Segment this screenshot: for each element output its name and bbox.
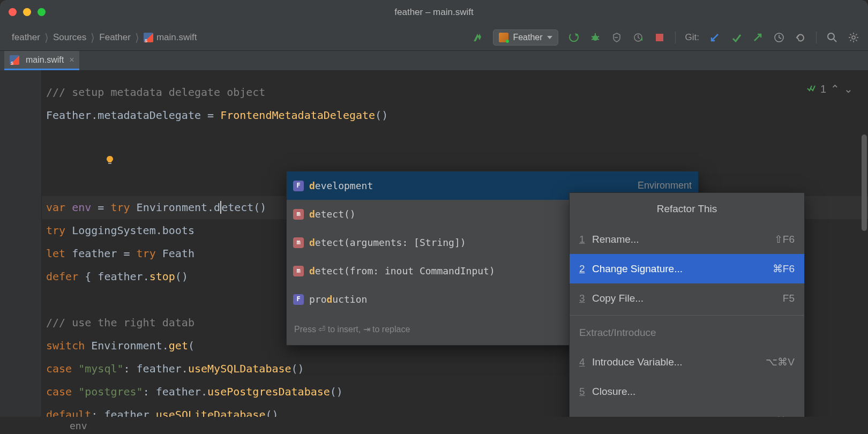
menu-section-header: Extract/Introduce [570, 318, 804, 347]
code-line[interactable]: Feather.metadataDelegate = FrontendMetad… [42, 104, 868, 127]
close-window-button[interactable] [9, 8, 17, 16]
gear-icon[interactable] [848, 32, 859, 43]
completion-label: detect() [309, 203, 356, 226]
git-label: Git: [685, 32, 699, 43]
completion-label: development [309, 174, 373, 197]
completion-label: production [309, 288, 367, 311]
editor-tabs: main.swift × [0, 51, 868, 70]
refactor-item-introduce-variable[interactable]: 4 Introduce Variable... ⌥⌘V [570, 347, 804, 377]
chevron-down-icon [547, 36, 552, 39]
svg-point-9 [828, 33, 834, 40]
refactor-item-extract-method[interactable]: 6 Extract Method... ⌥⌘M [570, 406, 804, 417]
build-icon[interactable] [472, 32, 483, 43]
svg-point-11 [852, 36, 855, 39]
tab-main-swift[interactable]: main.swift × [4, 51, 79, 70]
toolbar: feather ⟩ Sources ⟩ Feather ⟩ main.swift… [0, 24, 868, 51]
scrollbar[interactable] [860, 70, 867, 417]
code-line[interactable]: /// setup metadata delegate object [42, 81, 868, 104]
refactor-item-closure[interactable]: 5 Closure... [570, 377, 804, 406]
gutter[interactable] [0, 70, 42, 417]
svg-line-10 [834, 39, 836, 42]
window-title: feather – main.swift [394, 7, 473, 18]
breadcrumbs: feather ⟩ Sources ⟩ Feather ⟩ main.swift [9, 31, 200, 44]
search-icon[interactable] [826, 32, 838, 43]
git-update-icon[interactable] [709, 32, 721, 43]
statusbar: env [0, 417, 868, 434]
history-icon[interactable] [773, 32, 785, 43]
run-configuration-selector[interactable]: Feather [493, 29, 558, 46]
toolbar-separator [816, 32, 817, 43]
svg-line-3 [597, 36, 599, 37]
editor[interactable]: 1 ⌃ ⌄ /// setup metadata delegate object… [0, 70, 868, 417]
git-commit-icon[interactable] [730, 32, 742, 43]
breadcrumb-item[interactable]: Sources [50, 32, 89, 43]
chevron-right-icon: ⟩ [89, 31, 96, 44]
scrollbar-thumb[interactable] [862, 134, 867, 231]
coverage-icon[interactable] [611, 32, 623, 43]
svg-line-5 [597, 39, 599, 40]
breadcrumb-item[interactable]: main.swift [140, 32, 200, 43]
popup-title: Refactor This [570, 193, 804, 225]
toolbar-separator [675, 32, 676, 43]
code-area[interactable]: 1 ⌃ ⌄ /// setup metadata delegate object… [42, 70, 868, 417]
refactor-item-rename[interactable]: 1 Rename... ⇧F6 [570, 225, 804, 254]
svg-line-4 [592, 39, 593, 40]
swift-file-icon [10, 55, 19, 65]
refactor-item-change-signature[interactable]: 2 Change Signature... ⌘F6 [570, 254, 804, 283]
method-icon: m [293, 266, 304, 276]
swift-file-icon [144, 33, 153, 42]
completion-label: detect(arguments: [String]) [309, 231, 466, 254]
field-icon: F [293, 294, 304, 305]
method-icon: m [293, 237, 304, 248]
breadcrumb-item[interactable]: Feather [96, 32, 134, 43]
titlebar: feather – main.swift [0, 0, 868, 24]
package-icon [499, 33, 508, 42]
svg-line-2 [592, 36, 593, 37]
git-push-icon[interactable] [752, 32, 764, 43]
run-config-label: Feather [513, 33, 542, 42]
stop-icon[interactable] [654, 32, 665, 43]
debug-icon[interactable] [589, 32, 601, 43]
run-icon[interactable] [568, 32, 580, 43]
rollback-icon[interactable] [795, 32, 806, 43]
breadcrumb-label: main.swift [156, 32, 197, 42]
intention-bulb-icon[interactable] [54, 127, 63, 137]
minimize-window-button[interactable] [23, 8, 31, 16]
chevron-right-icon: ⟩ [134, 31, 140, 44]
status-text: env [70, 420, 87, 431]
svg-point-0 [593, 35, 598, 41]
maximize-window-button[interactable] [38, 8, 46, 16]
field-icon: F [293, 181, 304, 191]
svg-rect-12 [108, 163, 111, 164]
refactor-popup: Refactor This 1 Rename... ⇧F6 2 Change S… [569, 192, 805, 417]
profile-icon[interactable] [632, 32, 644, 43]
chevron-right-icon: ⟩ [43, 31, 50, 44]
close-tab-icon[interactable]: × [69, 55, 74, 65]
traffic-lights [9, 8, 46, 16]
completion-label: detect(from: inout CommandInput) [309, 259, 495, 282]
tab-label: main.swift [26, 55, 64, 65]
svg-rect-7 [656, 34, 663, 41]
method-icon: m [293, 209, 304, 220]
menu-separator [570, 315, 804, 316]
breadcrumb-item[interactable]: feather [9, 32, 43, 43]
refactor-item-copy-file[interactable]: 3 Copy File... F5 [570, 283, 804, 313]
